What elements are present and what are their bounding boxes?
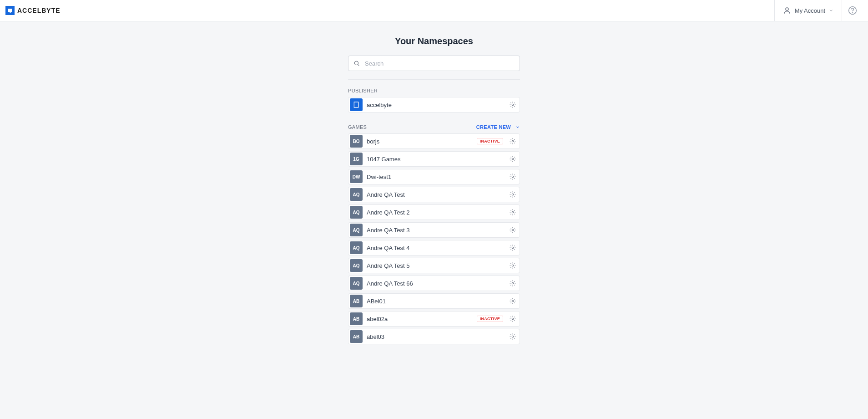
svg-point-24 — [512, 336, 514, 337]
game-card[interactable]: DWDwi-test1 — [348, 169, 520, 184]
game-settings-button[interactable] — [506, 227, 520, 233]
publisher-name: accelbyte — [364, 102, 506, 108]
game-name: ABel01 — [364, 298, 506, 305]
game-card[interactable]: AQAndre QA Test 5 — [348, 258, 520, 273]
games-list: BOborjsINACTIVE1G1047 GamesDWDwi-test1AQ… — [348, 133, 520, 344]
game-initials-icon: AB — [350, 330, 363, 343]
game-settings-button[interactable] — [506, 174, 520, 180]
game-settings-button[interactable] — [506, 280, 520, 286]
svg-point-16 — [512, 194, 514, 195]
game-settings-button[interactable] — [506, 138, 520, 144]
gear-icon — [510, 102, 516, 108]
gear-icon — [510, 316, 516, 322]
help-button[interactable] — [842, 0, 863, 21]
svg-point-17 — [512, 211, 514, 213]
game-card[interactable]: ABabel02aINACTIVE — [348, 311, 520, 327]
game-card[interactable]: AQAndre QA Test 3 — [348, 222, 520, 238]
game-name: Andre QA Test 2 — [364, 209, 506, 216]
game-card[interactable]: ABABel01 — [348, 293, 520, 309]
gear-icon — [510, 227, 516, 233]
gear-icon — [510, 209, 516, 215]
game-settings-button[interactable] — [506, 262, 520, 269]
gear-icon — [510, 191, 516, 198]
account-label: My Account — [795, 7, 825, 14]
game-name: Dwi-test1 — [364, 174, 506, 180]
game-card[interactable]: BOborjsINACTIVE — [348, 133, 520, 149]
game-name: abel03 — [364, 333, 506, 340]
chevron-down-icon — [829, 8, 833, 13]
search-container — [348, 56, 520, 71]
game-settings-button[interactable] — [506, 245, 520, 251]
publisher-card[interactable]: accelbyte — [348, 97, 520, 112]
game-card[interactable]: AQAndre QA Test 66 — [348, 276, 520, 291]
svg-point-13 — [512, 140, 514, 142]
game-initials-icon: AB — [350, 312, 363, 325]
game-card[interactable]: AQAndre QA Test 4 — [348, 240, 520, 255]
game-name: Andre QA Test — [364, 191, 506, 198]
game-initials-icon: AB — [350, 295, 363, 307]
games-header-row: GAMES CREATE NEW — [348, 124, 520, 130]
game-settings-button[interactable] — [506, 209, 520, 215]
header-right: My Account — [774, 0, 863, 21]
svg-point-0 — [786, 8, 788, 10]
game-settings-button[interactable] — [506, 333, 520, 340]
game-initials-icon: AQ — [350, 188, 363, 201]
game-initials-icon: AQ — [350, 206, 363, 219]
game-initials-icon: AQ — [350, 241, 363, 254]
search-input[interactable] — [348, 56, 520, 71]
game-initials-icon: AQ — [350, 224, 363, 236]
divider — [348, 79, 520, 80]
status-badge: INACTIVE — [477, 138, 503, 144]
gear-icon — [510, 156, 516, 162]
gear-icon — [510, 333, 516, 340]
game-settings-button[interactable] — [506, 156, 520, 162]
game-settings-button[interactable] — [506, 298, 520, 304]
chevron-down-icon — [515, 125, 520, 129]
main-content: Your Namespaces PUBLISHER accelb — [348, 21, 520, 365]
search-icon — [353, 60, 360, 66]
my-account-button[interactable]: My Account — [774, 0, 842, 21]
building-icon — [350, 98, 363, 111]
help-icon — [848, 6, 857, 15]
game-initials-icon: BO — [350, 135, 363, 148]
game-name: abel02a — [364, 316, 477, 322]
svg-point-2 — [852, 12, 853, 13]
gear-icon — [510, 262, 516, 269]
game-card[interactable]: ABabel03 — [348, 329, 520, 344]
gear-icon — [510, 245, 516, 251]
svg-point-15 — [512, 176, 514, 178]
game-initials-icon: AQ — [350, 277, 363, 290]
logo[interactable]: ACCELBYTE — [5, 6, 61, 15]
svg-point-20 — [512, 265, 514, 266]
create-new-button[interactable]: CREATE NEW — [476, 124, 520, 130]
game-initials-icon: DW — [350, 170, 363, 183]
logo-text: ACCELBYTE — [17, 7, 61, 14]
status-badge: INACTIVE — [477, 316, 503, 322]
page-title: Your Namespaces — [348, 36, 520, 46]
svg-point-14 — [512, 158, 514, 160]
user-icon — [783, 6, 791, 15]
game-initials-icon: 1G — [350, 153, 363, 165]
games-section-label: GAMES — [348, 124, 367, 130]
game-name: 1047 Games — [364, 156, 506, 163]
publisher-settings-button[interactable] — [506, 102, 520, 108]
gear-icon — [510, 298, 516, 304]
svg-point-19 — [512, 247, 514, 249]
logo-icon — [5, 6, 15, 15]
game-card[interactable]: 1G1047 Games — [348, 151, 520, 167]
svg-line-4 — [358, 65, 359, 66]
svg-point-22 — [512, 300, 514, 302]
svg-point-23 — [512, 318, 514, 320]
game-name: Andre QA Test 4 — [364, 245, 506, 251]
gear-icon — [510, 174, 516, 180]
svg-rect-5 — [354, 102, 358, 107]
gear-icon — [510, 138, 516, 144]
svg-point-3 — [354, 61, 358, 65]
game-settings-button[interactable] — [506, 316, 520, 322]
game-card[interactable]: AQAndre QA Test 2 — [348, 204, 520, 220]
game-name: borjs — [364, 138, 477, 145]
game-settings-button[interactable] — [506, 191, 520, 198]
game-name: Andre QA Test 3 — [364, 227, 506, 234]
game-card[interactable]: AQAndre QA Test — [348, 187, 520, 202]
publisher-section: PUBLISHER accelbyte — [348, 88, 520, 112]
